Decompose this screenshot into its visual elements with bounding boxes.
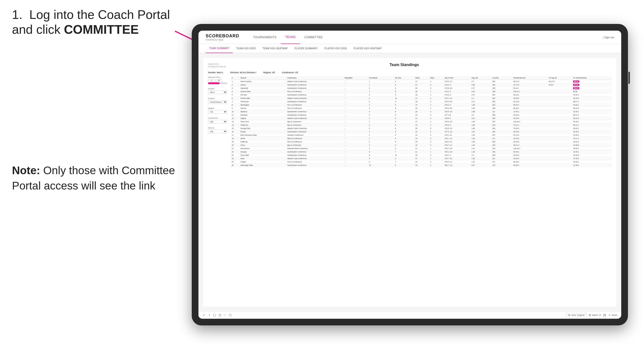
sub-nav-team-h2h-grid[interactable]: TEAM H2H GRID	[233, 44, 259, 53]
cell-conf-rank: 8	[368, 150, 394, 154]
sub-nav-team-h2h-heatmap[interactable]: TEAM H2H HEATMAP	[259, 44, 291, 53]
sub-nav-team-summary[interactable]: TEAM SUMMARY	[206, 44, 233, 53]
cell-pts: 47-30-0	[572, 157, 612, 160]
sign-out[interactable]: | Sign out	[603, 36, 614, 39]
instruction-title: 1. Log into the Coach Portal and click C…	[12, 7, 180, 37]
max-rounds-input[interactable]	[216, 79, 222, 82]
cell-conf-rank: 3	[368, 107, 394, 110]
cell-no-tour: 8	[394, 134, 415, 137]
cell-overall: 66-40-1	[513, 160, 548, 164]
cell-conf-rank: 1	[368, 137, 394, 140]
watch-button[interactable]: Watch ▼	[589, 314, 601, 316]
min-rounds-input[interactable]	[208, 79, 215, 82]
cell-reg-rank: -	[344, 100, 368, 103]
cell-low-rd: 267	[492, 134, 513, 137]
cell-rank: 10	[231, 110, 240, 113]
cell-no-tour: 10	[394, 154, 415, 157]
nav-teams[interactable]: TEAMS	[281, 31, 300, 44]
toolbar-expand-icon[interactable]	[603, 314, 606, 317]
left-region-select[interactable]: N/A	[208, 110, 227, 114]
instruction-bold: COMMITTEE	[64, 22, 139, 36]
toolbar-refresh-icon[interactable]	[213, 314, 216, 317]
cell-conf-rank: 7	[368, 130, 394, 134]
cell-overall: 62-25-1	[513, 137, 548, 140]
cell-school: Oregon	[240, 160, 286, 164]
cell-school: Virginia	[240, 117, 286, 120]
cell-rnds: 21	[415, 160, 430, 164]
bottom-toolbar: View: Original Watch ▼ Share	[198, 311, 621, 319]
cell-low-rd: 269	[492, 154, 513, 157]
nav-committee[interactable]: COMMITTEE	[300, 31, 327, 44]
toolbar-copy-icon[interactable]	[218, 314, 222, 317]
sub-nav-player-h2h-grid[interactable]: PLAYER H2H GRID	[321, 44, 350, 53]
toolbar-forward-icon[interactable]	[208, 314, 211, 317]
nav-tournaments[interactable]: TOURNAMENTS	[249, 31, 281, 44]
app-header: SCOREBOARD Powered by clippd TOURNAMENTS…	[198, 31, 621, 44]
conference-label: Conference:	[282, 71, 294, 74]
share-label: Share	[612, 314, 618, 316]
min-rounds-label: Minimum Rou...	[208, 76, 227, 78]
cell-reg-rank: -	[344, 134, 368, 137]
cell-reg-rank: -	[344, 110, 368, 113]
left-school-select[interactable]: (All)	[208, 130, 227, 133]
cell-wins: 5	[430, 134, 444, 137]
cell-no-tour: 9	[394, 120, 415, 124]
filter-group-conference: Conference (All)	[208, 117, 227, 124]
left-conf-select[interactable]: (All)	[208, 120, 227, 124]
cell-conf: Southeastern Conference	[287, 130, 344, 134]
cell-avg-sg: 2.7	[471, 80, 492, 83]
cell-vs25	[548, 140, 572, 144]
cell-low-rd: 209	[492, 124, 513, 127]
cell-pts: 29-21-0	[572, 140, 612, 144]
cell-vs25	[548, 130, 572, 134]
sub-nav-player-h2h-heatmap[interactable]: PLAYER H2H HEATMAP	[350, 44, 385, 53]
cell-vs25	[548, 113, 572, 117]
left-gender-select[interactable]: Men's	[208, 90, 227, 94]
sub-nav-player-summary[interactable]: PLAYER SUMMARY	[291, 44, 321, 53]
toolbar-back-icon[interactable]	[202, 314, 206, 317]
cell-rnds: 23	[415, 137, 430, 140]
cell-pts: 39-20-1	[572, 103, 612, 107]
gender-label: Gender:	[208, 71, 216, 74]
cell-wins: 6	[430, 127, 444, 130]
cell-reg-rank: -	[344, 80, 368, 83]
toolbar-more-icon[interactable]	[223, 314, 227, 317]
cell-avg-sg: 2.2	[471, 97, 492, 100]
cell-vs25	[548, 117, 572, 120]
cell-vs25	[548, 127, 572, 130]
cell-reg-rank: -	[344, 120, 368, 124]
cell-vs25	[548, 154, 572, 157]
share-button[interactable]: Share	[608, 314, 618, 316]
cell-avg-sg: 1.63	[471, 130, 492, 134]
cell-rank: 19	[231, 140, 240, 144]
cell-pts: 87.21	[572, 83, 612, 87]
col-adj-par: Adj. To Par	[444, 76, 471, 80]
cell-rank: 1	[231, 80, 240, 83]
cell-school: Arizona State	[240, 90, 286, 93]
cell-wins: 3	[430, 137, 444, 140]
cell-reg-rank: -	[344, 87, 368, 90]
cell-conf-rank: 2	[368, 97, 394, 100]
cell-pts: 34-25-2	[572, 130, 612, 134]
cell-reg-rank: -	[344, 137, 368, 140]
cell-rnds: 27	[415, 97, 430, 100]
col-conference: Conference	[287, 76, 344, 80]
cell-reg-rank: -	[344, 144, 368, 147]
region-label: Region:	[264, 71, 272, 74]
col-conf-rank: Conf Rank	[368, 76, 394, 80]
cell-vs25	[548, 120, 572, 124]
filter-division: Division: NCAA Division I	[230, 71, 256, 74]
cell-vs25: 63-17-0	[548, 80, 572, 83]
cell-conf-rank: 1	[368, 134, 394, 137]
powered-by: Powered by clippd	[206, 38, 239, 41]
cell-wins: 6	[430, 87, 444, 90]
cell-conf-rank: 1	[368, 147, 394, 150]
cell-avg-sg: 1.85	[471, 124, 492, 127]
instruction-area: 1. Log into the Coach Portal and click C…	[12, 7, 180, 44]
cell-avg-sg: 3.01	[471, 117, 492, 120]
cell-no-tour: 6	[394, 93, 415, 97]
toolbar-clock-icon[interactable]	[229, 314, 232, 317]
view-original-button[interactable]: View: Original	[566, 313, 587, 317]
main-content: Update time: 27/03/2024 16:56:26 Team St…	[198, 53, 621, 311]
left-division-select[interactable]: NCAA Division I	[208, 100, 227, 104]
